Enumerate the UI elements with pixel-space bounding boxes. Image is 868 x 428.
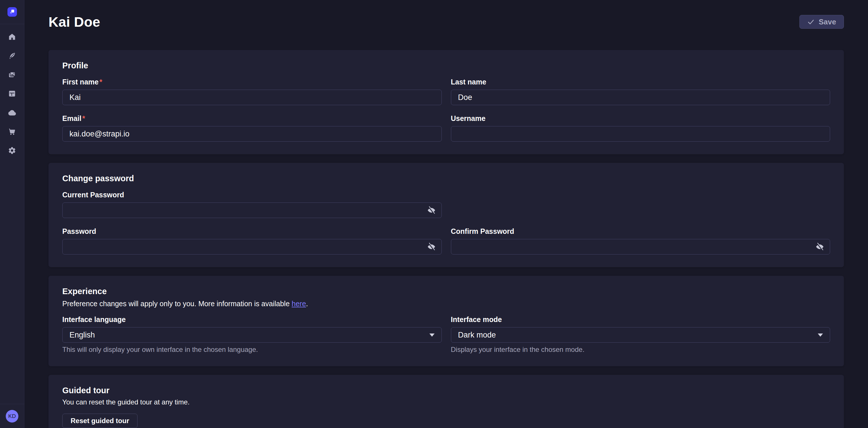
sidebar-bottom: KD: [0, 404, 24, 428]
page-title: Kai Doe: [49, 14, 100, 30]
interface-mode-value: Dark mode: [458, 331, 496, 340]
change-password-section-title: Change password: [62, 174, 830, 183]
experience-field-grid: Interface language English This will onl…: [62, 315, 830, 353]
required-asterisk: *: [82, 114, 85, 122]
cloud-icon: [8, 109, 16, 117]
first-name-input[interactable]: [62, 90, 442, 105]
sidebar-item-cloud[interactable]: [8, 109, 16, 117]
current-password-field: Current Password: [62, 191, 442, 218]
new-password-label: Password: [62, 227, 442, 235]
images-icon: [8, 71, 16, 79]
toggle-confirm-password-visibility-button[interactable]: [815, 241, 825, 252]
username-field: Username: [451, 114, 830, 142]
interface-mode-hint: Displays your interface in the chosen mo…: [451, 346, 830, 353]
sidebar: KD: [0, 0, 24, 428]
cart-icon: [8, 127, 16, 136]
profile-section-title: Profile: [62, 61, 830, 70]
first-name-field: First name*: [62, 78, 442, 105]
interface-language-value: English: [69, 331, 95, 340]
confirm-password-input[interactable]: [451, 239, 830, 255]
strapi-logo[interactable]: [7, 7, 17, 17]
sidebar-item-home[interactable]: [8, 33, 16, 41]
gear-icon: [8, 146, 16, 154]
email-field: Email*: [62, 114, 442, 142]
experience-section: Experience Preference changes will apply…: [49, 276, 844, 366]
first-name-label: First name*: [62, 78, 442, 86]
interface-language-label: Interface language: [62, 315, 442, 324]
confirm-password-field: Confirm Password: [451, 227, 830, 255]
check-icon: [807, 18, 815, 26]
sidebar-item-settings[interactable]: [8, 146, 16, 154]
sidebar-item-content-manager[interactable]: [8, 52, 16, 60]
last-name-field: Last name: [451, 78, 830, 105]
confirm-password-label: Confirm Password: [451, 227, 830, 235]
profile-field-grid: First name* Last name Email* Username: [62, 78, 830, 142]
password-field-grid: Current Password Pass: [62, 191, 830, 255]
last-name-label: Last name: [451, 78, 830, 86]
eye-off-icon: [427, 242, 436, 251]
content: Profile First name* Last name Email*: [49, 50, 844, 428]
guided-tour-description: You can reset the guided tour at any tim…: [62, 398, 830, 406]
interface-mode-field: Interface mode Dark mode Displays your i…: [451, 315, 830, 353]
experience-section-title: Experience: [62, 287, 830, 296]
guided-tour-section: Guided tour You can reset the guided tou…: [49, 375, 844, 428]
user-avatar[interactable]: KD: [6, 410, 19, 423]
toggle-new-password-visibility-button[interactable]: [426, 241, 437, 252]
here-link[interactable]: here: [291, 299, 306, 308]
experience-description: Preference changes will apply only to yo…: [62, 299, 830, 308]
new-password-input[interactable]: [62, 239, 442, 255]
layout-icon: [8, 90, 16, 98]
logo-area: [0, 0, 24, 24]
username-label: Username: [451, 114, 830, 123]
strapi-logo-icon: [9, 8, 16, 16]
chevron-down-icon: [818, 334, 823, 337]
eye-off-icon: [815, 242, 824, 251]
save-button[interactable]: Save: [799, 15, 844, 29]
change-password-section: Change password Current Password: [49, 163, 844, 267]
last-name-input[interactable]: [451, 90, 830, 105]
main-content: Kai Doe Save Profile First name* Last na…: [24, 14, 868, 428]
chevron-down-icon: [429, 334, 435, 337]
interface-language-field: Interface language English This will onl…: [62, 315, 442, 353]
interface-language-hint: This will only display your own interfac…: [62, 346, 442, 353]
save-button-label: Save: [818, 18, 836, 26]
current-password-input[interactable]: [62, 202, 442, 218]
username-input[interactable]: [451, 126, 830, 142]
spacer-cell: [451, 191, 830, 218]
sidebar-item-content-type-builder[interactable]: [8, 90, 16, 98]
sidebar-item-marketplace[interactable]: [8, 127, 16, 136]
sidebar-item-media-library[interactable]: [8, 71, 16, 79]
toggle-current-password-visibility-button[interactable]: [426, 205, 437, 216]
avatar-initials: KD: [8, 413, 16, 419]
sidebar-nav: [0, 24, 24, 404]
interface-language-select[interactable]: English: [62, 327, 442, 343]
new-password-field: Password: [62, 227, 442, 255]
reset-guided-tour-button[interactable]: Reset guided tour: [62, 413, 137, 428]
current-password-label: Current Password: [62, 191, 442, 199]
feather-icon: [8, 52, 16, 60]
guided-tour-section-title: Guided tour: [62, 386, 830, 395]
interface-mode-select[interactable]: Dark mode: [451, 327, 830, 343]
required-asterisk: *: [99, 78, 102, 86]
email-label: Email*: [62, 114, 442, 123]
interface-mode-label: Interface mode: [451, 315, 830, 324]
home-icon: [8, 33, 16, 41]
profile-section: Profile First name* Last name Email*: [49, 50, 844, 154]
page-header: Kai Doe Save: [49, 14, 844, 30]
eye-off-icon: [427, 206, 436, 215]
email-input[interactable]: [62, 126, 442, 142]
